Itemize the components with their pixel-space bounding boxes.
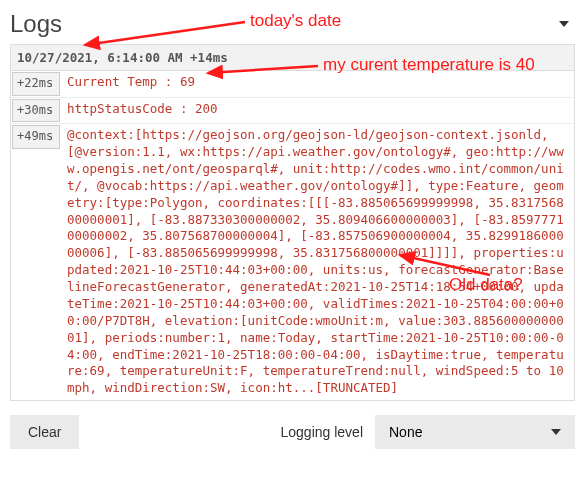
log-container: 10/27/2021, 6:14:00 AM +14ms +22ms Curre… <box>10 44 575 401</box>
page-title: Logs <box>10 10 62 38</box>
logging-level-value: None <box>389 424 422 440</box>
logs-header: Logs <box>10 10 575 38</box>
log-row: +22ms Current Temp : 69 <box>11 71 574 98</box>
log-message: @context:[https://geojson.org/geojson-ld… <box>61 124 574 400</box>
logging-level-select[interactable]: None <box>375 415 575 449</box>
log-timestamp-row[interactable]: 10/27/2021, 6:14:00 AM +14ms <box>11 45 574 71</box>
logging-level-label: Logging level <box>280 424 363 440</box>
clear-button[interactable]: Clear <box>10 415 79 449</box>
log-offset-badge[interactable]: +30ms <box>12 99 60 123</box>
log-message: httpStatusCode : 200 <box>61 98 574 124</box>
log-offset-badge[interactable]: +49ms <box>12 125 60 149</box>
chevron-down-icon <box>551 429 561 435</box>
log-offset-badge[interactable]: +22ms <box>12 72 60 96</box>
collapse-caret-icon[interactable] <box>559 21 569 27</box>
log-row: +30ms httpStatusCode : 200 <box>11 98 574 125</box>
footer: Clear Logging level None <box>10 415 575 449</box>
log-row: +49ms @context:[https://geojson.org/geoj… <box>11 124 574 400</box>
log-message: Current Temp : 69 <box>61 71 574 97</box>
